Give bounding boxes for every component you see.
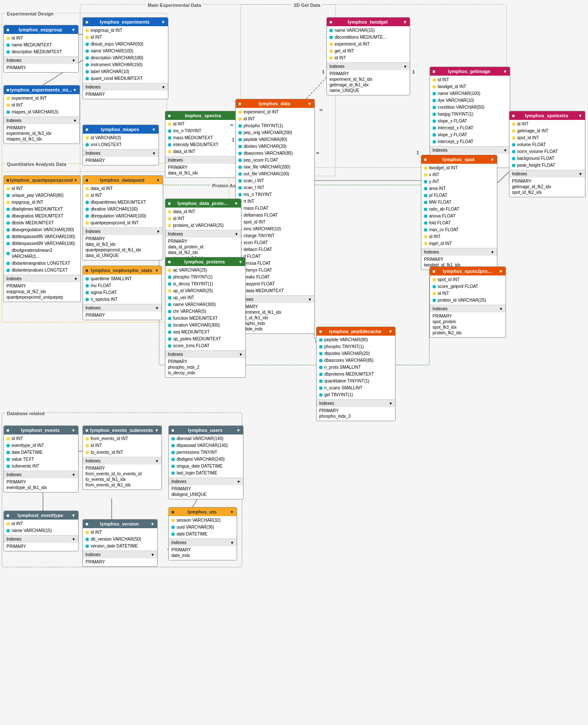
table-row: dbdigest VARCHAR(240) (169, 456, 243, 463)
dot-field (319, 393, 323, 397)
table-lymphos-dataquant[interactable]: ■ lymphos_dataquant ▼ data_id INT id INT… (82, 175, 163, 260)
dropdown-proteins[interactable]: ▼ (238, 260, 243, 264)
table-lymphos-quantpepexpcond[interactable]: ■ lymphos_quantpepexpcond ▼ id INT uniqu… (3, 175, 81, 302)
field-label: id INT (91, 443, 102, 449)
indexes-section-ots[interactable]: Indexes ▼ (169, 538, 237, 546)
dropdown-peptidecache[interactable]: ▼ (388, 329, 393, 334)
table-row: y INT (421, 178, 497, 185)
table-lymphost-events[interactable]: ■ lymphost_events ▼ id INT eventtype_id … (3, 425, 79, 493)
indexes-arrow: ▼ (155, 306, 159, 310)
dropdown-expgroup[interactable]: ▼ (71, 28, 76, 32)
table-lymphos-users[interactable]: ■ lymphos_users ▼ dbemail VARCHAR(140) d… (168, 425, 244, 499)
table-lymphos-data-prote[interactable]: ■ lymphos_data_prote... ▼ data_id INT id… (165, 199, 241, 263)
table-lymphos-experiments[interactable]: ■ lymphos_experiments ▼ expgroup_id INT … (82, 17, 168, 99)
indexes-section-events[interactable]: Indexes ▼ (4, 471, 78, 478)
dropdown-events-subevents[interactable]: ▼ (155, 428, 159, 433)
indexes-label: Indexes (433, 306, 448, 311)
indexes-section-peptidecache[interactable]: Indexes ▼ (317, 399, 395, 407)
indexes-section-nophospho[interactable]: Indexes ▼ (83, 304, 161, 312)
field-label: eventtype_id INT (12, 443, 44, 449)
dropdown-experiments-mi[interactable]: ▼ (73, 88, 77, 92)
indexes-section-eventtype[interactable]: Indexes ▼ (4, 535, 78, 543)
table-lymphost-eventtype[interactable]: ■ lymphost_eventtype ▼ id INT name VARCH… (3, 511, 79, 551)
dropdown-spot[interactable]: ▼ (490, 157, 494, 162)
field-label: dbquanttimes MEDIUMTEXT (91, 199, 146, 205)
indexes-section-data-prote[interactable]: Indexes ▼ (165, 230, 241, 238)
field-label: subevents INT (12, 463, 39, 469)
indexes-content-miapes: PRIMARY (83, 157, 158, 165)
table-lymphos-data[interactable]: ■ lymphos_data ▼ experiment_id INT id IN… (235, 99, 315, 334)
dropdown-miapes[interactable]: ▼ (152, 127, 156, 132)
table-lymphos-proteins[interactable]: ■ lymphos_proteins ▼ ac VARCHAR(25) phos… (165, 257, 246, 378)
dropdown-nophospho[interactable]: ▼ (155, 268, 159, 273)
table-lymphos-ots[interactable]: ■ lymphos_ots ▼ session VARCHAR(32) uuid… (168, 507, 237, 560)
indexes-section-expgroup[interactable]: Indexes ▼ (4, 56, 78, 64)
indexes-section-data[interactable]: Indexes ▼ (236, 295, 314, 303)
indexes-section-events-subevents[interactable]: Indexes ▼ (83, 457, 161, 465)
indexes-section-dataquant[interactable]: Indexes ▼ (83, 227, 163, 235)
dropdown-events[interactable]: ▼ (71, 428, 76, 433)
table-row: quanttime SMALLINT (83, 275, 161, 282)
field-label: dye VARCHAR(10) (438, 98, 474, 104)
indexes-section-experiments-mi[interactable]: Indexes ▼ (4, 116, 79, 124)
indexes-section-spot[interactable]: Indexes ▼ (421, 248, 497, 256)
table-lymphos-peptidecache[interactable]: ■ lymphos_peptidecache ▼ peptide VARCHAR… (316, 327, 396, 421)
table-body-quantpepexpcond: id INT unique_pep VARCHAR(80) expgroup_i… (4, 184, 80, 275)
indexes-section-version[interactable]: Indexes ▼ (83, 551, 157, 558)
field-label: seq MEDIUMTEXT (173, 329, 210, 335)
dropdown-gelimage[interactable]: ▼ (503, 69, 507, 74)
table-lymphos-spotextra[interactable]: ■ lymphos_spotextra ▼ id INT gelimage_id… (509, 111, 585, 197)
dropdown-data[interactable]: ▼ (308, 101, 312, 106)
dropdown-spotextra[interactable]: ▼ (578, 113, 582, 118)
dropdown-eventtype[interactable]: ▼ (71, 513, 76, 518)
indexes-section-twodgel[interactable]: Indexes ▼ (327, 62, 410, 70)
indexes-label: Indexes (85, 85, 101, 89)
table-lymphos-gelimage[interactable]: ■ lymphos_gelimage ▼ id INT twodgel_id I… (430, 67, 510, 168)
table-title-events-subevents: lymphos_events_subevents (90, 428, 153, 433)
experimental-design-label: Experimental Design (5, 11, 55, 16)
relation-label-1-n: 1 (412, 70, 415, 74)
table-lymphos-twodgel[interactable]: ■ lymphos_twodgel ▼ name VARCHAR(15) dbc… (326, 17, 410, 95)
index-item: PRIMARY (85, 465, 159, 471)
dropdown-dataquant[interactable]: ▼ (156, 178, 160, 183)
table-lymphos-miapes[interactable]: ■ lymphos_miapes ▼ id VARCHAR(3) xml LON… (82, 125, 159, 165)
dropdown-users[interactable]: ▼ (236, 428, 241, 433)
indexes-section-gelimage[interactable]: Indexes ▼ (430, 146, 510, 154)
indexes-arrow: ▼ (239, 352, 243, 357)
dot-fk (424, 166, 427, 170)
indexes-section-users[interactable]: Indexes ▼ (169, 477, 243, 485)
table-body-users: dbemail VARCHAR(140) dbpasswd VARCHAR(14… (169, 434, 243, 477)
gel-2d-label: 2D Gel Data (292, 3, 322, 8)
table-lymphos-spot[interactable]: ■ lymphos_spot ▼ twodgel_id INT x INT y … (421, 155, 497, 270)
field-label: max_cv FLOAT (429, 227, 459, 233)
dropdown-data-prote[interactable]: ▼ (234, 201, 238, 206)
dropdown-version[interactable]: ▼ (150, 522, 155, 526)
table-lymphos-version[interactable]: ■ lymphos_version ▼ id INT db_version VA… (82, 519, 158, 567)
table-title-spectra: lmphos_spectra (185, 113, 221, 118)
indexes-section-spotextra[interactable]: Indexes ▼ (509, 170, 585, 177)
field-label: sigma FLOAT (91, 290, 117, 296)
dot-field (329, 29, 333, 32)
table-lymphos-events-subevents[interactable]: ■ lymphos_events_subevents ▼ from_events… (82, 425, 162, 490)
indexes-section-spectra[interactable]: Indexes ▼ (165, 156, 242, 164)
table-lymphos-nophospho-stats[interactable]: ■ lymphos_nophospho_stats ▼ quanttime SM… (82, 266, 162, 320)
indexes-section-spots2pro[interactable]: Indexes ▼ (430, 305, 506, 312)
indexes-section-proteins[interactable]: Indexes ▼ (165, 350, 245, 358)
indexes-section-miapes[interactable]: Indexes ▼ (83, 149, 158, 157)
dot-field (168, 136, 171, 140)
field-label: is_decoy TINYINT(1) (173, 281, 213, 287)
dropdown-quantpepexpcond[interactable]: ▼ (73, 178, 78, 183)
indexes-section-quantpepexpcond[interactable]: Indexes ▼ (4, 275, 80, 282)
table-lymphos-spectra[interactable]: ■ lmphos_spectra ▼ id INT ms_n TINYINT m… (165, 111, 242, 178)
table-lymphos-spots2pro[interactable]: ■ lymphos_spots2pro... ▼ spot_id INT sco… (430, 266, 506, 338)
dropdown-twodgel[interactable]: ▼ (403, 20, 407, 24)
table-body-ots: session VARCHAR(32) uuid VARCHAR(36) dat… (169, 516, 237, 538)
dropdown-experiments[interactable]: ▼ (161, 20, 165, 24)
table-lymphos-expgroup[interactable]: ■ lymphos_expgroup ▼ id INT name MEDIUMT… (3, 25, 79, 73)
dropdown-spots2pro[interactable]: ▼ (499, 269, 503, 274)
indexes-label: Indexes (329, 64, 344, 69)
dropdown-ots[interactable]: ▼ (230, 510, 234, 514)
indexes-section-experiments[interactable]: Indexes ▼ (83, 83, 168, 91)
dot-pk (6, 37, 10, 40)
table-lymphos-experiments-mi[interactable]: ■ lymphos_experiments_mi... ▼ experiment… (3, 85, 80, 144)
